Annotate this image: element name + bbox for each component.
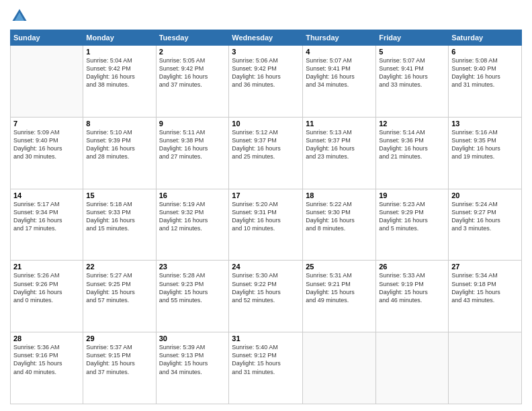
day-number: 5 (379, 48, 445, 56)
day-number: 13 (451, 120, 519, 128)
day-number: 16 (159, 191, 226, 199)
calendar-cell: 2Sunrise: 5:05 AM Sunset: 9:42 PM Daylig… (156, 46, 229, 118)
day-number: 15 (86, 191, 152, 199)
day-number: 30 (159, 334, 226, 342)
calendar-cell: 3Sunrise: 5:06 AM Sunset: 9:42 PM Daylig… (229, 46, 303, 118)
calendar-cell: 4Sunrise: 5:07 AM Sunset: 9:41 PM Daylig… (303, 46, 376, 118)
day-info: Sunrise: 5:28 AM Sunset: 9:23 PM Dayligh… (159, 271, 226, 304)
calendar-cell: 8Sunrise: 5:10 AM Sunset: 9:39 PM Daylig… (83, 117, 156, 189)
day-number: 9 (159, 120, 226, 128)
day-info: Sunrise: 5:06 AM Sunset: 9:42 PM Dayligh… (232, 56, 300, 89)
day-info: Sunrise: 5:23 AM Sunset: 9:29 PM Dayligh… (379, 200, 445, 233)
day-info: Sunrise: 5:37 AM Sunset: 9:15 PM Dayligh… (86, 343, 152, 376)
day-number: 12 (379, 120, 445, 128)
calendar-cell (303, 332, 376, 404)
calendar-cell: 7Sunrise: 5:09 AM Sunset: 9:40 PM Daylig… (11, 117, 83, 189)
day-number: 25 (306, 263, 373, 271)
day-info: Sunrise: 5:30 AM Sunset: 9:22 PM Dayligh… (232, 271, 300, 304)
day-info: Sunrise: 5:22 AM Sunset: 9:30 PM Dayligh… (306, 200, 373, 233)
weekday-header-row: SundayMondayTuesdayWednesdayThursdayFrid… (11, 30, 522, 46)
calendar-cell: 6Sunrise: 5:08 AM Sunset: 9:40 PM Daylig… (449, 46, 522, 118)
day-number: 3 (232, 48, 300, 56)
day-number: 10 (232, 120, 300, 128)
header (10, 7, 522, 26)
week-row-4: 21Sunrise: 5:26 AM Sunset: 9:26 PM Dayli… (11, 261, 522, 332)
calendar-cell: 16Sunrise: 5:19 AM Sunset: 9:32 PM Dayli… (156, 189, 229, 261)
calendar-cell (11, 46, 83, 118)
day-info: Sunrise: 5:26 AM Sunset: 9:26 PM Dayligh… (13, 271, 80, 304)
day-number: 18 (306, 191, 373, 199)
day-info: Sunrise: 5:33 AM Sunset: 9:19 PM Dayligh… (379, 271, 445, 304)
day-number: 22 (86, 263, 152, 271)
weekday-header-thursday: Thursday (303, 30, 376, 46)
day-number: 21 (13, 263, 80, 271)
day-number: 26 (379, 263, 445, 271)
day-number: 27 (451, 263, 519, 271)
day-number: 7 (13, 120, 80, 128)
day-number: 1 (86, 48, 152, 56)
day-info: Sunrise: 5:04 AM Sunset: 9:42 PM Dayligh… (86, 56, 152, 89)
calendar-table: SundayMondayTuesdayWednesdayThursdayFrid… (10, 30, 522, 404)
day-number: 17 (232, 191, 300, 199)
day-number: 20 (451, 191, 519, 199)
calendar-cell: 24Sunrise: 5:30 AM Sunset: 9:22 PM Dayli… (229, 261, 303, 332)
weekday-header-sunday: Sunday (11, 30, 83, 46)
day-number: 4 (306, 48, 373, 56)
calendar-cell: 13Sunrise: 5:16 AM Sunset: 9:35 PM Dayli… (449, 117, 522, 189)
day-info: Sunrise: 5:13 AM Sunset: 9:37 PM Dayligh… (306, 128, 373, 161)
calendar-cell: 20Sunrise: 5:24 AM Sunset: 9:27 PM Dayli… (449, 189, 522, 261)
day-number: 24 (232, 263, 300, 271)
day-number: 31 (232, 334, 300, 342)
day-info: Sunrise: 5:17 AM Sunset: 9:34 PM Dayligh… (13, 200, 80, 233)
logo-icon (10, 7, 29, 26)
calendar-cell: 12Sunrise: 5:14 AM Sunset: 9:36 PM Dayli… (376, 117, 449, 189)
day-info: Sunrise: 5:12 AM Sunset: 9:37 PM Dayligh… (232, 128, 300, 161)
day-info: Sunrise: 5:11 AM Sunset: 9:38 PM Dayligh… (159, 128, 226, 161)
calendar-cell: 30Sunrise: 5:39 AM Sunset: 9:13 PM Dayli… (156, 332, 229, 404)
calendar-cell: 14Sunrise: 5:17 AM Sunset: 9:34 PM Dayli… (11, 189, 83, 261)
weekday-header-friday: Friday (376, 30, 449, 46)
calendar-cell: 10Sunrise: 5:12 AM Sunset: 9:37 PM Dayli… (229, 117, 303, 189)
calendar-cell: 31Sunrise: 5:40 AM Sunset: 9:12 PM Dayli… (229, 332, 303, 404)
calendar-cell: 23Sunrise: 5:28 AM Sunset: 9:23 PM Dayli… (156, 261, 229, 332)
day-info: Sunrise: 5:09 AM Sunset: 9:40 PM Dayligh… (13, 128, 80, 161)
day-number: 11 (306, 120, 373, 128)
day-info: Sunrise: 5:19 AM Sunset: 9:32 PM Dayligh… (159, 200, 226, 233)
calendar-cell: 29Sunrise: 5:37 AM Sunset: 9:15 PM Dayli… (83, 332, 156, 404)
day-info: Sunrise: 5:39 AM Sunset: 9:13 PM Dayligh… (159, 343, 226, 376)
day-number: 29 (86, 334, 152, 342)
day-info: Sunrise: 5:10 AM Sunset: 9:39 PM Dayligh… (86, 128, 152, 161)
page: SundayMondayTuesdayWednesdayThursdayFrid… (0, 0, 532, 411)
weekday-header-tuesday: Tuesday (156, 30, 229, 46)
calendar-cell: 25Sunrise: 5:31 AM Sunset: 9:21 PM Dayli… (303, 261, 376, 332)
day-number: 2 (159, 48, 226, 56)
day-info: Sunrise: 5:18 AM Sunset: 9:33 PM Dayligh… (86, 200, 152, 233)
day-number: 19 (379, 191, 445, 199)
calendar-cell: 5Sunrise: 5:07 AM Sunset: 9:41 PM Daylig… (376, 46, 449, 118)
calendar-cell: 18Sunrise: 5:22 AM Sunset: 9:30 PM Dayli… (303, 189, 376, 261)
day-info: Sunrise: 5:27 AM Sunset: 9:25 PM Dayligh… (86, 271, 152, 304)
logo (10, 7, 32, 26)
calendar-cell: 27Sunrise: 5:34 AM Sunset: 9:18 PM Dayli… (449, 261, 522, 332)
weekday-header-saturday: Saturday (449, 30, 522, 46)
week-row-2: 7Sunrise: 5:09 AM Sunset: 9:40 PM Daylig… (11, 117, 522, 189)
day-info: Sunrise: 5:08 AM Sunset: 9:40 PM Dayligh… (451, 56, 519, 89)
calendar-cell: 21Sunrise: 5:26 AM Sunset: 9:26 PM Dayli… (11, 261, 83, 332)
calendar-cell: 15Sunrise: 5:18 AM Sunset: 9:33 PM Dayli… (83, 189, 156, 261)
calendar-cell: 17Sunrise: 5:20 AM Sunset: 9:31 PM Dayli… (229, 189, 303, 261)
day-info: Sunrise: 5:07 AM Sunset: 9:41 PM Dayligh… (306, 56, 373, 89)
day-info: Sunrise: 5:16 AM Sunset: 9:35 PM Dayligh… (451, 128, 519, 161)
calendar-cell (449, 332, 522, 404)
day-info: Sunrise: 5:14 AM Sunset: 9:36 PM Dayligh… (379, 128, 445, 161)
day-number: 8 (86, 120, 152, 128)
week-row-1: 1Sunrise: 5:04 AM Sunset: 9:42 PM Daylig… (11, 46, 522, 118)
weekday-header-monday: Monday (83, 30, 156, 46)
day-info: Sunrise: 5:36 AM Sunset: 9:16 PM Dayligh… (13, 343, 80, 376)
day-info: Sunrise: 5:40 AM Sunset: 9:12 PM Dayligh… (232, 343, 300, 376)
calendar-cell (376, 332, 449, 404)
calendar-cell: 28Sunrise: 5:36 AM Sunset: 9:16 PM Dayli… (11, 332, 83, 404)
calendar-cell: 11Sunrise: 5:13 AM Sunset: 9:37 PM Dayli… (303, 117, 376, 189)
day-info: Sunrise: 5:34 AM Sunset: 9:18 PM Dayligh… (451, 271, 519, 304)
day-number: 6 (451, 48, 519, 56)
day-number: 14 (13, 191, 80, 199)
